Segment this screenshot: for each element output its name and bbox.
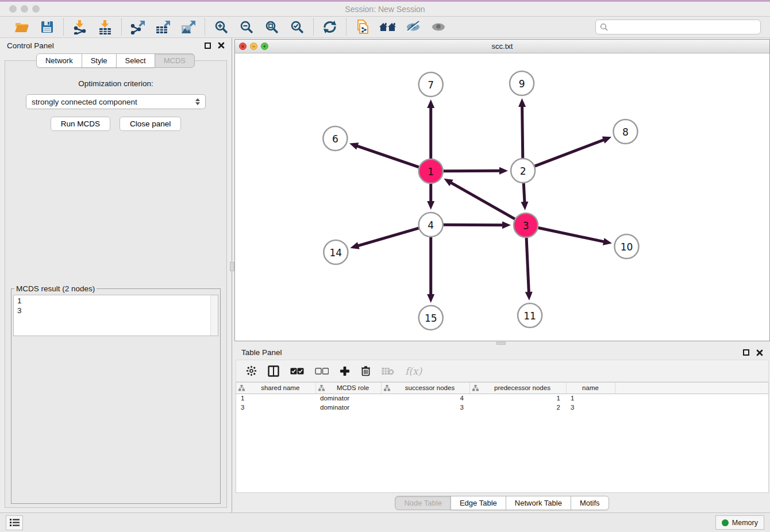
float-panel-icon[interactable] bbox=[205, 43, 211, 49]
table-cell[interactable]: 4 bbox=[381, 394, 469, 403]
graph-edge-3-1[interactable] bbox=[444, 179, 515, 219]
table-cell[interactable]: 1 bbox=[236, 394, 315, 403]
export-table-icon[interactable] bbox=[152, 18, 175, 36]
graph-edge-1-7[interactable] bbox=[427, 99, 434, 159]
table-cell[interactable]: 1 bbox=[469, 394, 566, 403]
graph-edge-4-15[interactable] bbox=[427, 237, 434, 303]
task-history-button[interactable] bbox=[6, 515, 23, 530]
graph-node-2[interactable]: 2 bbox=[511, 159, 535, 183]
table-row[interactable]: 1dominator411 bbox=[236, 394, 768, 403]
apply-layout-icon[interactable] bbox=[318, 18, 341, 36]
column-header-shared-name[interactable]: shared name bbox=[236, 383, 315, 394]
tab-network[interactable]: Network bbox=[36, 53, 82, 68]
mcds-result-list[interactable]: 1 3 bbox=[13, 295, 218, 336]
graph-node-15[interactable]: 15 bbox=[419, 306, 443, 330]
hide-selected-icon[interactable] bbox=[402, 18, 425, 36]
select-all-icon[interactable] bbox=[290, 368, 304, 375]
close-table-panel-icon[interactable] bbox=[756, 349, 763, 356]
show-all-icon[interactable] bbox=[427, 18, 450, 36]
horizontal-splitter[interactable] bbox=[232, 341, 770, 345]
table-cell[interactable]: 3 bbox=[381, 403, 469, 412]
tab-style[interactable]: Style bbox=[82, 53, 117, 68]
tab-select[interactable]: Select bbox=[116, 53, 155, 68]
delete-column-icon[interactable] bbox=[361, 365, 371, 376]
export-image-icon[interactable] bbox=[177, 18, 200, 36]
scrollbar-track[interactable] bbox=[210, 295, 218, 336]
import-network-icon[interactable] bbox=[68, 18, 91, 36]
column-header-MCDS-role[interactable]: MCDS role bbox=[315, 383, 381, 394]
tab-network-table[interactable]: Network Table bbox=[506, 496, 571, 510]
graph-node-14[interactable]: 14 bbox=[324, 240, 348, 264]
search-input[interactable] bbox=[595, 20, 761, 34]
graph-node-4[interactable]: 4 bbox=[419, 213, 443, 237]
memory-button[interactable]: Memory bbox=[715, 515, 764, 530]
column-header-successor-nodes[interactable]: successor nodes bbox=[381, 383, 469, 394]
graph-edge-1-6[interactable] bbox=[349, 142, 419, 167]
tab-edge-table[interactable]: Edge Table bbox=[451, 496, 506, 510]
close-window-button[interactable] bbox=[9, 5, 17, 13]
network-minimize-button[interactable]: − bbox=[250, 43, 257, 50]
duplicate-network-icon[interactable] bbox=[351, 18, 374, 36]
graph-edge-2-8[interactable] bbox=[535, 137, 611, 167]
network-canvas[interactable]: 7968124314101511 bbox=[235, 53, 769, 341]
delete-table-icon[interactable] bbox=[382, 367, 394, 375]
column-settings-icon[interactable] bbox=[246, 365, 257, 376]
graph-edge-1-4[interactable] bbox=[427, 184, 434, 210]
graph-node-7[interactable]: 7 bbox=[419, 72, 443, 97]
run-mcds-button[interactable]: Run MCDS bbox=[51, 117, 110, 131]
float-table-panel-icon[interactable] bbox=[743, 349, 749, 356]
graph-edge-3-11[interactable] bbox=[525, 238, 533, 300]
network-window-titlebar[interactable]: × − + scc.txt bbox=[235, 40, 769, 53]
mcds-panel: Optimization criterion: strongly connect… bbox=[5, 60, 227, 508]
export-network-icon[interactable] bbox=[126, 18, 149, 36]
zoom-out-icon[interactable] bbox=[235, 18, 258, 36]
zoom-in-icon[interactable] bbox=[210, 18, 233, 36]
add-column-icon[interactable] bbox=[340, 366, 350, 376]
network-zoom-button[interactable]: + bbox=[261, 43, 268, 50]
graph-node-9[interactable]: 9 bbox=[510, 71, 534, 95]
graph-edge-3-10[interactable] bbox=[538, 228, 612, 245]
network-close-button[interactable]: × bbox=[239, 43, 247, 50]
graph-node-8[interactable]: 8 bbox=[613, 119, 637, 144]
save-session-icon[interactable] bbox=[36, 18, 59, 36]
graph-node-11[interactable]: 11 bbox=[518, 303, 542, 327]
maximize-window-button[interactable] bbox=[32, 5, 40, 13]
table-cell[interactable]: dominator bbox=[315, 403, 381, 412]
graph-node-1[interactable]: 1 bbox=[419, 159, 443, 183]
graph-node-6[interactable]: 6 bbox=[323, 126, 347, 151]
close-panel-button[interactable]: Close panel bbox=[120, 117, 181, 131]
first-neighbors-icon[interactable] bbox=[376, 18, 399, 36]
graph-edge-1-2[interactable] bbox=[444, 167, 508, 175]
import-table-icon[interactable] bbox=[94, 18, 117, 36]
zoom-fit-icon[interactable] bbox=[260, 18, 283, 36]
open-session-icon[interactable] bbox=[10, 18, 33, 36]
vertical-splitter-handle[interactable] bbox=[230, 262, 234, 271]
table-cell[interactable]: 3 bbox=[236, 403, 315, 412]
graph-node-10[interactable]: 10 bbox=[614, 234, 638, 259]
minimize-window-button[interactable] bbox=[21, 5, 28, 13]
table-cell[interactable]: 3 bbox=[566, 403, 615, 412]
column-selector-icon[interactable] bbox=[268, 365, 279, 377]
column-header-predecessor-nodes[interactable]: predecessor nodes bbox=[469, 383, 566, 394]
svg-text:7: 7 bbox=[428, 79, 434, 91]
zoom-selected-icon[interactable] bbox=[286, 18, 309, 36]
table-cell[interactable]: dominator bbox=[315, 394, 381, 403]
graph-edge-4-3[interactable] bbox=[444, 221, 511, 229]
graph-edge-4-14[interactable] bbox=[350, 228, 418, 249]
column-header-name[interactable]: name bbox=[566, 383, 615, 394]
graph-edge-2-9[interactable] bbox=[518, 98, 526, 158]
tab-mcds[interactable]: MCDS bbox=[155, 53, 195, 68]
node-table[interactable]: shared nameMCDS rolesuccessor nodesprede… bbox=[236, 382, 769, 493]
criterion-select[interactable]: strongly connected component bbox=[26, 94, 206, 109]
graph-node-3[interactable]: 3 bbox=[514, 213, 538, 237]
deselect-all-icon[interactable] bbox=[315, 368, 329, 375]
tab-node-table[interactable]: Node Table bbox=[395, 496, 451, 510]
table-row[interactable]: 3dominator323 bbox=[236, 403, 768, 412]
graph-edge-2-3[interactable] bbox=[521, 183, 528, 210]
tab-motifs[interactable]: Motifs bbox=[571, 496, 609, 510]
horizontal-splitter-handle[interactable] bbox=[496, 342, 506, 345]
close-panel-icon[interactable] bbox=[218, 42, 225, 49]
function-builder-icon[interactable]: f(x) bbox=[405, 365, 422, 377]
table-cell[interactable]: 2 bbox=[469, 403, 566, 412]
table-cell[interactable]: 1 bbox=[566, 394, 615, 403]
